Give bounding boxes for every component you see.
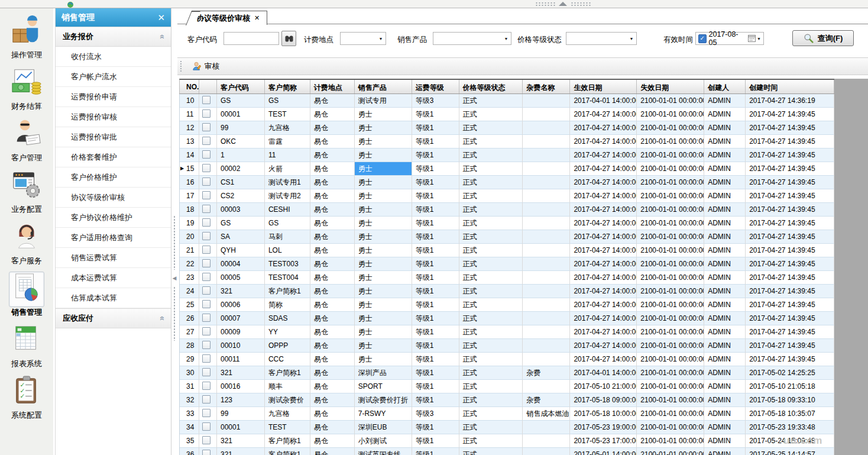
tab-close-icon[interactable]: ✕ [254,14,260,22]
cell[interactable] [523,135,570,149]
cell[interactable]: 正式 [459,312,523,325]
cell[interactable]: 2017-04-27 14:00:00 [570,230,637,244]
cell[interactable]: GS [265,217,310,230]
cell[interactable] [523,121,570,135]
cell[interactable]: 2017-04-27 14:39:45 [746,312,834,325]
cell[interactable]: 勇士 [355,121,412,135]
cell[interactable]: 2017-04-27 14:00:00 [570,312,637,325]
cell[interactable]: ADMIN [704,135,746,149]
cell[interactable] [523,353,570,366]
cell[interactable]: 2017-04-27 14:00:00 [570,203,637,217]
collapse-panel-handle[interactable] [535,1,606,7]
cell[interactable]: 九宫格 [265,407,310,421]
cell[interactable]: 勇士 [355,108,412,121]
sidebar-item-customer-service[interactable]: 客户服务 [0,220,53,270]
cell[interactable]: 2017-05-02 14:25:25 [746,366,834,380]
cell[interactable]: 2017-05-23 17:00:00 [570,434,637,448]
cell[interactable]: ADMIN [704,339,746,353]
cell[interactable]: 客户简称1 [265,434,310,448]
cell[interactable]: 2100-01-01 00:00:00 [637,380,704,393]
cell[interactable]: 99 [217,407,265,421]
cell[interactable]: 勇士 [355,203,412,217]
cell[interactable]: 2017-04-01 14:00:00 [570,366,637,380]
cell[interactable] [523,230,570,244]
cell[interactable] [523,421,570,434]
collapse-left-icon[interactable]: ◀ [171,271,177,285]
cell[interactable]: 易仓 [310,162,355,176]
cell[interactable]: 正式 [459,189,523,203]
cell[interactable]: 2017-04-27 14:39:45 [746,189,834,203]
cell[interactable]: 正式 [459,94,523,108]
cell[interactable]: 正式 [459,339,523,353]
cell[interactable]: 2017-04-27 14:36:19 [746,94,834,108]
cell[interactable]: 勇士 [355,176,412,189]
cell[interactable]: 客户简称1 [265,285,310,298]
cell[interactable]: 2017-04-27 14:39:45 [746,325,834,339]
cell[interactable]: 00001 [217,421,265,434]
cell[interactable]: 易仓 [310,407,355,421]
sidebar-item-customer-mgmt[interactable]: 客户管理 [0,117,53,167]
cell[interactable]: 火箭 [265,162,310,176]
cell[interactable]: 杂费 [523,366,570,380]
column-header[interactable]: 客户简称 [265,80,310,93]
cell[interactable]: 杂费 [523,393,570,407]
cell[interactable]: 等级1 [412,366,459,380]
cell[interactable]: 勇士 [355,285,412,298]
cell[interactable]: 等级1 [412,149,459,162]
cell[interactable]: ADMIN [704,162,746,176]
cell[interactable] [523,244,570,257]
menu-item[interactable]: 客户帐户流水 [56,67,171,87]
cell[interactable]: ADMIN [704,230,746,244]
cell[interactable]: GS [217,94,265,108]
cell[interactable]: YY [265,325,310,339]
table-row[interactable]: 20SA马刺易仓勇士等级1正式2017-04-27 14:00:002100-0… [180,230,834,244]
panel-close-icon[interactable]: ✕ [157,13,165,22]
table-row[interactable]: 2300005TEST004易仓勇士等级1正式2017-04-27 14:00:… [180,271,834,285]
menu-item[interactable]: 客户适用价格查询 [56,228,171,248]
cell[interactable]: SDAS [265,312,310,325]
cell[interactable]: ADMIN [704,366,746,380]
column-header[interactable]: 创建人 [704,80,746,93]
cell[interactable]: 勇士 [355,230,412,244]
row-checkbox[interactable] [202,327,210,335]
cell[interactable]: OPPP [265,339,310,353]
cell[interactable]: 2100-01-01 00:00:00 [637,135,704,149]
sales-product-select[interactable]: ▼ [433,32,511,45]
cell[interactable]: 2017-05-18 09:33:10 [746,393,834,407]
cell[interactable]: 2017-05-23 19:00:00 [570,421,637,434]
cell[interactable]: 易仓 [310,217,355,230]
row-checkbox[interactable] [202,191,210,199]
cell[interactable]: 正式 [459,380,523,393]
cell[interactable] [523,434,570,448]
cell[interactable]: ADMIN [704,189,746,203]
table-row[interactable]: 36321客户简称1易仓测试英国专线等级1正式2017-05-01 14:00:… [180,448,834,455]
cell[interactable]: 易仓 [310,421,355,434]
cell[interactable]: 00001 [217,108,265,121]
table-row[interactable]: 16CS1测试专用1易仓勇士等级1正式2017-04-27 14:00:0021… [180,176,834,189]
cell[interactable]: 2017-04-27 14:39:45 [746,230,834,244]
table-row[interactable]: 3400001TEST易仓深圳EUB等级1正式2017-05-23 19:00:… [180,421,834,434]
cell[interactable]: 2017-04-27 14:39:45 [746,149,834,162]
menu-item[interactable]: 运费报价申请 [56,87,171,107]
cell[interactable]: 2017-04-27 14:39:45 [746,353,834,366]
cell[interactable]: 2017-05-25 14:14:57 [746,448,834,455]
cell[interactable]: 2100-01-01 00:00:00 [637,312,704,325]
cell[interactable]: 99 [217,121,265,135]
row-checkbox[interactable] [202,395,210,404]
cell[interactable]: 勇士 [355,298,412,312]
cell[interactable] [523,380,570,393]
cell[interactable]: 2100-01-01 00:00:00 [637,298,704,312]
cell[interactable] [523,203,570,217]
cell[interactable] [523,108,570,121]
row-checkbox[interactable] [202,422,210,431]
cell[interactable]: 2017-05-10 21:05:18 [746,380,834,393]
row-checkbox[interactable] [202,354,210,363]
cell[interactable]: 勇士 [355,257,412,271]
cell[interactable]: 正式 [459,434,523,448]
column-header[interactable]: 计费地点 [310,80,355,93]
cell[interactable]: 00010 [217,339,265,353]
cell[interactable]: 正式 [459,230,523,244]
table-row[interactable]: 30321客户简称1易仓深圳产品等级1正式杂费2017-04-01 14:00:… [180,366,834,380]
cell[interactable]: 2100-01-01 00:00:00 [637,325,704,339]
cell[interactable]: ADMIN [704,448,746,455]
